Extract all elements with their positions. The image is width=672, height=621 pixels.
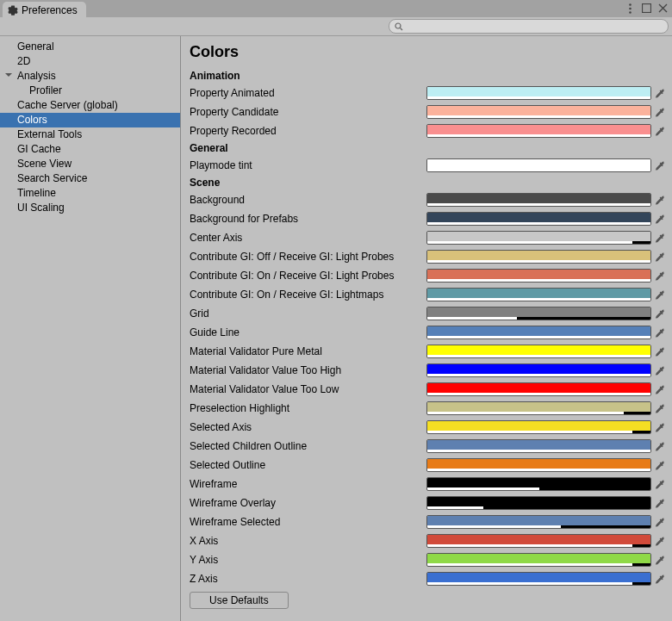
- eyedropper-icon[interactable]: [653, 439, 667, 453]
- eyedropper-icon[interactable]: [653, 458, 667, 472]
- color-swatch[interactable]: [426, 382, 651, 396]
- eyedropper-icon[interactable]: [653, 420, 667, 434]
- color-label: Contribute GI: On / Receive GI: Light Pr…: [190, 270, 426, 282]
- sidebar-item-general[interactable]: General: [0, 40, 180, 54]
- eyedropper-icon[interactable]: [653, 307, 667, 320]
- eyedropper-icon[interactable]: [653, 288, 667, 301]
- color-swatch[interactable]: [426, 553, 651, 567]
- sidebar-item-cache-server-global[interactable]: Cache Server (global): [0, 98, 180, 113]
- color-row: Grid: [190, 304, 667, 323]
- color-swatch[interactable]: [426, 212, 651, 226]
- color-swatch[interactable]: [426, 420, 651, 434]
- color-row: Material Validator Pure Metal: [190, 342, 667, 361]
- color-swatch[interactable]: [426, 288, 651, 301]
- color-swatch[interactable]: [426, 572, 651, 586]
- sidebar-item-profiler[interactable]: Profiler: [0, 84, 180, 98]
- color-row: Z Axis: [190, 569, 667, 588]
- color-label: Grid: [190, 307, 426, 320]
- color-swatch[interactable]: [426, 534, 651, 548]
- color-row: Background for Prefabs: [190, 209, 667, 228]
- color-swatch[interactable]: [426, 158, 651, 172]
- color-row: Wireframe Overlay: [190, 494, 667, 512]
- eyedropper-icon[interactable]: [653, 212, 667, 226]
- color-row: Selected Children Outline: [190, 437, 667, 456]
- sidebar-item-label: General: [17, 40, 54, 53]
- color-label: Wireframe Overlay: [190, 497, 426, 509]
- color-swatch[interactable]: [426, 124, 651, 138]
- eyedropper-icon[interactable]: [653, 477, 667, 491]
- eyedropper-icon[interactable]: [653, 269, 667, 283]
- eyedropper-icon[interactable]: [653, 250, 667, 264]
- sidebar-item-label: GI Cache: [17, 143, 61, 155]
- color-swatch[interactable]: [426, 439, 651, 453]
- color-swatch[interactable]: [426, 193, 651, 207]
- sidebar-item-ui-scaling[interactable]: UI Scaling: [0, 201, 180, 215]
- tab-preferences[interactable]: Preferences: [3, 2, 86, 17]
- color-swatch[interactable]: [426, 363, 651, 377]
- color-row: Property Candidate: [190, 102, 667, 121]
- search-input[interactable]: [407, 22, 663, 32]
- eyedropper-icon[interactable]: [653, 326, 667, 339]
- toolbar: [0, 17, 672, 36]
- color-swatch[interactable]: [426, 105, 651, 119]
- color-label: Wireframe: [190, 478, 426, 490]
- close-icon[interactable]: [657, 3, 669, 14]
- eyedropper-icon[interactable]: [653, 553, 667, 567]
- svg-rect-3: [643, 4, 651, 13]
- color-swatch[interactable]: [426, 496, 651, 510]
- color-swatch[interactable]: [426, 326, 651, 339]
- color-swatch[interactable]: [426, 345, 651, 358]
- color-swatch[interactable]: [426, 401, 651, 415]
- eyedropper-icon[interactable]: [653, 515, 667, 529]
- color-swatch[interactable]: [426, 86, 651, 100]
- search-field[interactable]: [389, 19, 669, 34]
- color-swatch[interactable]: [426, 477, 651, 491]
- kebab-menu-icon[interactable]: [625, 3, 636, 14]
- eyedropper-icon[interactable]: [653, 382, 667, 396]
- sidebar-item-search-service[interactable]: Search Service: [0, 171, 180, 186]
- color-label: Property Recorded: [190, 125, 426, 137]
- color-swatch[interactable]: [426, 250, 651, 264]
- sidebar-item-gi-cache[interactable]: GI Cache: [0, 142, 180, 157]
- svg-point-0: [629, 3, 632, 6]
- eyedropper-icon[interactable]: [653, 496, 667, 510]
- color-row: Center Axis: [190, 228, 667, 247]
- eyedropper-icon[interactable]: [653, 193, 667, 207]
- eyedropper-icon[interactable]: [653, 363, 667, 377]
- eyedropper-icon[interactable]: [653, 158, 667, 172]
- eyedropper-icon[interactable]: [653, 124, 667, 138]
- color-label: Wireframe Selected: [190, 516, 426, 528]
- sidebar-item-scene-view[interactable]: Scene View: [0, 157, 180, 171]
- color-swatch[interactable]: [426, 231, 651, 245]
- color-label: Contribute GI: Off / Receive GI: Light P…: [190, 251, 426, 263]
- sidebar-item-colors[interactable]: Colors: [0, 113, 180, 127]
- eyedropper-icon[interactable]: [653, 231, 667, 245]
- eyedropper-icon[interactable]: [653, 572, 667, 586]
- color-row: Contribute GI: On / Receive GI: Light Pr…: [190, 266, 667, 285]
- eyedropper-icon[interactable]: [653, 345, 667, 358]
- eyedropper-icon[interactable]: [653, 105, 667, 119]
- color-label: Guide Line: [190, 326, 426, 338]
- svg-point-2: [629, 11, 632, 14]
- eyedropper-icon[interactable]: [653, 86, 667, 100]
- sidebar-item-analysis[interactable]: Analysis: [0, 69, 180, 84]
- color-swatch[interactable]: [426, 269, 651, 283]
- use-defaults-button[interactable]: Use Defaults: [190, 592, 289, 609]
- content-panel: Colors AnimationProperty AnimatedPropert…: [181, 36, 672, 621]
- eyedropper-icon[interactable]: [653, 534, 667, 548]
- sidebar-item-external-tools[interactable]: External Tools: [0, 127, 180, 142]
- color-row: Material Validator Value Too High: [190, 361, 667, 380]
- search-icon: [395, 22, 403, 31]
- color-swatch[interactable]: [426, 307, 651, 320]
- color-row: X Axis: [190, 531, 667, 550]
- color-row: Contribute GI: On / Receive GI: Lightmap…: [190, 285, 667, 304]
- color-swatch[interactable]: [426, 458, 651, 472]
- color-label: Z Axis: [190, 573, 426, 585]
- color-label: Contribute GI: On / Receive GI: Lightmap…: [190, 289, 426, 301]
- eyedropper-icon[interactable]: [653, 401, 667, 415]
- sidebar-item-timeline[interactable]: Timeline: [0, 186, 180, 201]
- color-swatch[interactable]: [426, 515, 651, 529]
- color-label: Property Animated: [190, 87, 426, 99]
- sidebar-item-2d[interactable]: 2D: [0, 54, 180, 69]
- maximize-icon[interactable]: [641, 3, 652, 14]
